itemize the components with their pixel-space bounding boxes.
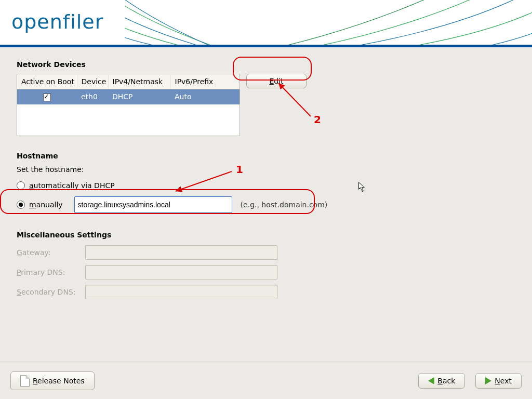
col-ipv6-prefix[interactable]: IPv6/Prefix [170, 74, 240, 89]
svg-point-5 [125, 0, 532, 45]
arrow-left-icon [428, 377, 434, 384]
arrow-right-icon [485, 377, 491, 384]
network-devices-table[interactable]: Active on Boot Device IPv4/Netmask IPv6/… [17, 74, 240, 136]
primary-dns-input [85, 265, 277, 280]
next-button[interactable]: Next [475, 373, 522, 389]
hostname-manual-label: manually [29, 201, 63, 209]
cell-ipv6: Auto [170, 89, 240, 104]
hostname-manual-row[interactable]: manually (e.g., host.domain.com) [17, 192, 515, 217]
release-notes-button[interactable]: Release Notes [10, 371, 95, 390]
secondary-dns-input [85, 285, 277, 299]
svg-point-8 [125, 0, 532, 45]
brand-logo: openfiler [11, 10, 103, 33]
hostname-auto-radio[interactable] [17, 181, 25, 190]
gateway-input [85, 245, 277, 260]
svg-point-0 [125, 0, 532, 45]
misc-settings-title: Miscellaneous Settings [17, 231, 515, 239]
svg-point-3 [125, 0, 532, 45]
cell-ipv4: DHCP [108, 89, 170, 104]
hostname-auto-label: automatically via DHCP [29, 181, 115, 190]
svg-point-4 [125, 0, 532, 45]
edit-button[interactable]: Edit [246, 74, 307, 88]
document-icon [20, 375, 30, 387]
banner-swirl-decor [125, 0, 532, 45]
hostname-manual-hint: (e.g., host.domain.com) [241, 201, 328, 209]
col-active-on-boot[interactable]: Active on Boot [17, 74, 77, 89]
table-row[interactable]: eth0 DHCP Auto [17, 89, 240, 104]
hostname-title: Hostname [17, 152, 515, 160]
hostname-manual-input[interactable] [74, 196, 232, 213]
svg-point-6 [125, 0, 532, 45]
svg-point-2 [125, 0, 532, 45]
network-devices-title: Network Devices [17, 60, 515, 69]
back-button[interactable]: Back [418, 373, 465, 389]
secondary-dns-label: Secondary DNS: [17, 288, 85, 296]
col-ipv4-netmask[interactable]: IPv4/Netmask [108, 74, 170, 89]
cell-active-on-boot[interactable] [17, 89, 77, 104]
footer-bar: Release Notes Back Next [0, 362, 532, 399]
col-device[interactable]: Device [77, 74, 108, 89]
active-on-boot-checkbox[interactable] [43, 94, 51, 101]
svg-point-1 [125, 0, 532, 45]
hostname-auto-row[interactable]: automatically via DHCP [17, 179, 515, 192]
svg-point-7 [125, 0, 532, 45]
primary-dns-label: Primary DNS: [17, 268, 85, 276]
gateway-label: Gateway: [17, 248, 85, 257]
cell-device: eth0 [77, 89, 108, 104]
header-banner: openfiler [0, 0, 532, 45]
set-hostname-label: Set the hostname: [17, 165, 515, 174]
hostname-manual-radio[interactable] [17, 201, 25, 209]
